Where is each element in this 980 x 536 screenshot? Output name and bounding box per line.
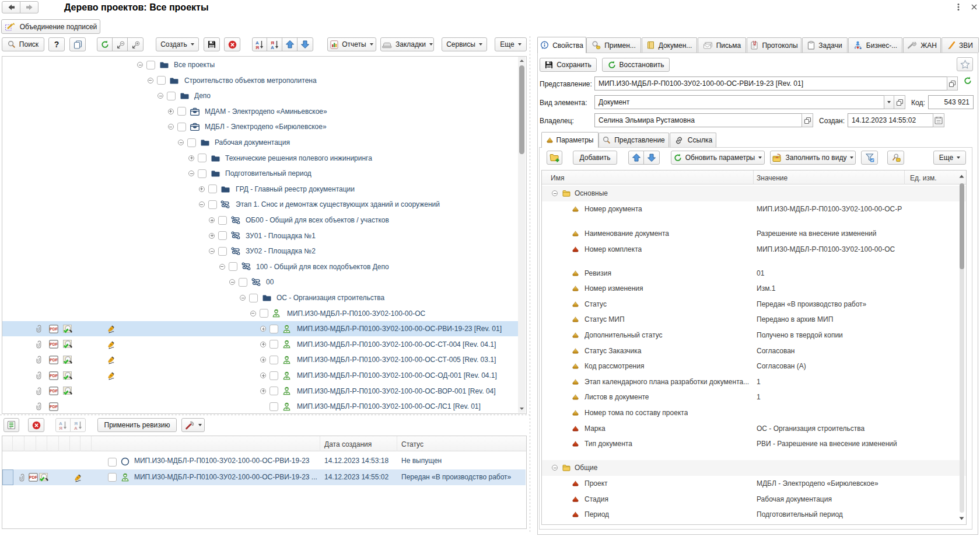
svg-text:PDF: PDF: [50, 343, 58, 347]
svg-text:Я: Я: [256, 45, 259, 50]
svg-text:А: А: [74, 426, 78, 430]
svg-text:PDF: PDF: [29, 475, 38, 479]
svg-text:PDF: PDF: [50, 327, 58, 331]
svg-text:PDF: PDF: [50, 374, 58, 378]
svg-text:PDF: PDF: [50, 358, 58, 362]
svg-text:PDF: PDF: [50, 405, 58, 409]
svg-text:Я: Я: [59, 426, 62, 430]
svg-text:А: А: [271, 45, 274, 50]
svg-text:PDF: PDF: [50, 389, 58, 393]
